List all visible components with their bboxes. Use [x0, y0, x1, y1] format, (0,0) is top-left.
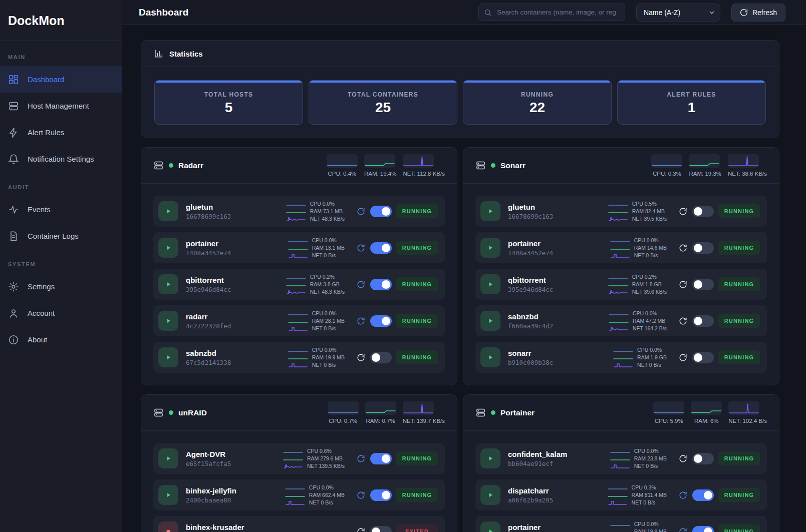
- restart-button[interactable]: [356, 454, 366, 463]
- container-cpu-label: CPU 0.0%: [310, 201, 335, 207]
- container-row[interactable]: radarr4c2722328fedCPU 0.0%RAM 28.1 MBNET…: [153, 305, 445, 336]
- restart-button[interactable]: [356, 490, 366, 500]
- start-button[interactable]: [480, 238, 500, 258]
- auto-restart-toggle[interactable]: [370, 453, 392, 464]
- sidebar-item-alert-rules[interactable]: Alert Rules: [0, 119, 122, 146]
- restart-button[interactable]: [356, 316, 366, 326]
- start-button[interactable]: [158, 201, 178, 221]
- start-button[interactable]: [480, 274, 500, 294]
- toggle-knob: [382, 207, 390, 216]
- restart-button[interactable]: [678, 490, 688, 500]
- container-net-label: NET 48.3 KB/s: [310, 216, 345, 222]
- start-button[interactable]: [158, 311, 178, 331]
- container-row[interactable]: dispatcharra06f62b9a205CPU 0.3%RAM 811.4…: [475, 479, 767, 510]
- auto-restart-toggle[interactable]: [370, 242, 392, 254]
- sidebar-item-about[interactable]: About: [0, 326, 122, 353]
- container-row[interactable]: portainer1408a3452e74CPU 0.0%RAM 14.6 MB…: [475, 232, 767, 263]
- container-actions: RUNNING: [356, 488, 438, 502]
- sidebar-item-dashboard[interactable]: Dashboard: [0, 66, 122, 93]
- start-button[interactable]: [480, 485, 500, 505]
- restart-button[interactable]: [678, 316, 688, 326]
- start-button[interactable]: [158, 347, 178, 367]
- sort-select[interactable]: Name (A-Z): [636, 4, 720, 22]
- auto-restart-toggle[interactable]: [692, 352, 714, 363]
- host-net-spark-group: NET: 102.4 B/s: [728, 401, 767, 424]
- sidebar-item-label: Alert Rules: [28, 128, 64, 137]
- start-button[interactable]: [158, 485, 178, 505]
- container-net-stat: NET 0 B/s: [613, 362, 667, 368]
- container-row[interactable]: portainerb89c9c71b069CPU 0.0%RAM 19.9 MB…: [475, 516, 767, 532]
- auto-restart-toggle[interactable]: [370, 279, 392, 290]
- restart-button[interactable]: [678, 243, 688, 253]
- restart-button[interactable]: [356, 280, 366, 289]
- start-button[interactable]: [158, 448, 178, 468]
- auto-restart-toggle[interactable]: [692, 526, 714, 532]
- host-ram-sparkline: [365, 401, 396, 415]
- status-badge: RUNNING: [396, 488, 438, 502]
- container-row[interactable]: binhex-krusader677d355b2a9bEXITED: [153, 516, 445, 532]
- auto-restart-toggle[interactable]: [692, 206, 714, 217]
- sidebar-item-container-logs[interactable]: Container Logs: [0, 223, 122, 249]
- restart-button[interactable]: [356, 207, 366, 216]
- auto-restart-toggle[interactable]: [370, 352, 392, 363]
- auto-restart-toggle[interactable]: [370, 315, 392, 327]
- start-button[interactable]: [480, 521, 500, 532]
- refresh-button[interactable]: Refresh: [731, 4, 785, 22]
- container-row[interactable]: sonarrb910c009b38cCPU 0.0%RAM 1.9 GBNET …: [475, 342, 767, 373]
- restart-button[interactable]: [356, 353, 366, 362]
- auto-restart-toggle[interactable]: [692, 279, 714, 290]
- start-button[interactable]: [480, 347, 500, 367]
- container-row[interactable]: sabnzbd67c5d2141338CPU 0.0%RAM 19.9 MBNE…: [153, 342, 445, 373]
- start-button[interactable]: [158, 274, 178, 294]
- container-row[interactable]: confident_kalambb604ae91ecfCPU 0.0%RAM 2…: [475, 443, 767, 474]
- container-ram-stat: RAM 811.4 MB: [608, 492, 667, 498]
- container-row[interactable]: portainer1408a3452e74CPU 0.0%RAM 13.1 MB…: [153, 232, 445, 263]
- search-input[interactable]: [478, 4, 625, 21]
- stop-button[interactable]: [158, 521, 178, 532]
- auto-restart-toggle[interactable]: [370, 489, 392, 501]
- container-row[interactable]: qbittorrent395e946d84ccCPU 0.2%RAM 3.8 G…: [153, 269, 445, 300]
- restart-button[interactable]: [678, 353, 688, 362]
- restart-button[interactable]: [678, 527, 688, 532]
- container-row[interactable]: gluetun16678699c163CPU 0.5%RAM 82.4 MBNE…: [475, 196, 767, 227]
- restart-button[interactable]: [678, 454, 688, 463]
- auto-restart-toggle[interactable]: [692, 242, 714, 254]
- start-button[interactable]: [480, 311, 500, 331]
- host-cpu-sparkline: [328, 401, 359, 415]
- auto-restart-toggle[interactable]: [370, 206, 392, 217]
- start-button[interactable]: [480, 201, 500, 221]
- restart-button[interactable]: [356, 527, 366, 532]
- restart-button[interactable]: [678, 280, 688, 289]
- container-row[interactable]: binhex-jellyfin2400cbaaea80CPU 0.0%RAM 6…: [153, 479, 445, 510]
- sidebar-item-settings[interactable]: Settings: [0, 273, 122, 300]
- container-id: 67c5d2141338: [186, 359, 231, 366]
- restart-button[interactable]: [678, 207, 688, 216]
- container-row[interactable]: Agent-DVRe65f15afcfa5CPU 0.6%RAM 279.6 M…: [153, 443, 445, 474]
- start-button[interactable]: [480, 448, 500, 468]
- sidebar-item-notification-settings[interactable]: Notification Settings: [0, 146, 122, 172]
- container-name: gluetun: [508, 203, 553, 211]
- auto-restart-toggle[interactable]: [370, 526, 392, 532]
- sidebar-item-host-management[interactable]: Host Management: [0, 93, 122, 119]
- host-sparklines: CPU: 0.3%RAM: 19.3%NET: 38.6 KB/s: [651, 154, 767, 177]
- container-net-stat: NET 0 B/s: [610, 252, 667, 259]
- auto-restart-toggle[interactable]: [692, 453, 714, 464]
- sidebar-item-events[interactable]: Events: [0, 196, 122, 223]
- auto-restart-toggle[interactable]: [692, 315, 714, 327]
- restart-icon: [356, 527, 366, 532]
- auto-restart-toggle[interactable]: [692, 489, 714, 501]
- container-row[interactable]: qbittorrent395e946d84ccCPU 0.2%RAM 1.8 G…: [475, 269, 767, 300]
- container-name: qbittorrent: [508, 276, 553, 284]
- play-icon: [486, 454, 495, 463]
- container-ram-sparkline: [610, 529, 630, 532]
- start-button[interactable]: [158, 238, 178, 258]
- container-actions: RUNNING: [678, 277, 760, 291]
- container-row[interactable]: sabnzbdf660aa39c4d2CPU 0.0%RAM 47.2 MBNE…: [475, 305, 767, 336]
- host-containers-list: gluetun16678699c163CPU 0.0%RAM 73.1 MBNE…: [141, 184, 457, 385]
- container-info: radarr4c2722328fed: [186, 312, 231, 330]
- sidebar-item-account[interactable]: Account: [0, 300, 122, 326]
- container-row[interactable]: gluetun16678699c163CPU 0.0%RAM 73.1 MBNE…: [153, 196, 445, 227]
- container-net-label: NET 0 B/s: [634, 463, 658, 469]
- restart-button[interactable]: [356, 243, 366, 253]
- container-cpu-label: CPU 0.0%: [634, 448, 659, 454]
